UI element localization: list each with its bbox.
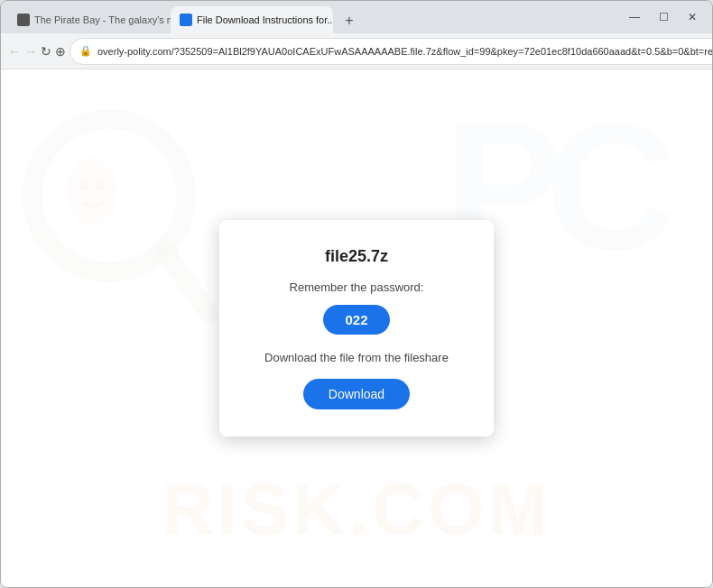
minimize-button[interactable]: — [622, 5, 647, 30]
modal-card: file25.7z Remember the password: 022 Dow… [219, 220, 494, 436]
svg-point-2 [66, 157, 116, 225]
magnifier-watermark [19, 96, 218, 335]
tabs-area: The Pirate Bay - The galaxy's m... × Fil… [8, 1, 622, 33]
modal-remember-label: Remember the password: [264, 280, 449, 294]
maximize-button[interactable]: ☐ [651, 5, 676, 30]
reload-button[interactable]: ↻ [41, 39, 51, 64]
title-bar: The Pirate Bay - The galaxy's m... × Fil… [1, 1, 712, 33]
download-button[interactable]: Download [303, 379, 410, 409]
window-controls: — ☐ ✕ [622, 5, 705, 30]
tab-download[interactable]: File Download Instructions for... × [171, 6, 333, 33]
svg-line-1 [165, 252, 208, 313]
back-button[interactable]: ← [8, 39, 21, 64]
svg-point-0 [32, 119, 186, 272]
toolbar: ← → ↻ ⊕ 🔒 overly-polity.com/?352509=Al1B… [1, 33, 712, 69]
tab-label-pirate: The Pirate Bay - The galaxy's m... [34, 14, 171, 25]
tab-piratebay[interactable]: The Pirate Bay - The galaxy's m... × [8, 6, 171, 33]
risk-watermark: RISK.COM [162, 468, 551, 551]
address-bar[interactable]: 🔒 overly-polity.com/?352509=Al1Bl2f9YAUA… [69, 38, 713, 65]
address-text: overly-polity.com/?352509=Al1Bl2f9YAUA0o… [97, 46, 713, 57]
modal-instruction: Download the file from the fileshare [264, 351, 449, 364]
svg-point-3 [79, 179, 89, 190]
browser-frame: The Pirate Bay - The galaxy's m... × Fil… [0, 0, 713, 588]
svg-point-4 [95, 179, 106, 190]
close-button[interactable]: ✕ [680, 5, 705, 30]
tab-label-download: File Download Instructions for... [197, 14, 333, 25]
new-tab-button[interactable]: + [337, 8, 362, 33]
password-badge: 022 [323, 305, 389, 335]
modal-filename: file25.7z [264, 247, 449, 266]
tab-favicon-download [180, 14, 192, 26]
lock-icon: 🔒 [79, 45, 92, 57]
site-info-button[interactable]: ⊕ [55, 39, 66, 64]
forward-button[interactable]: → [24, 39, 37, 64]
tab-favicon-pirate [17, 14, 30, 26]
page-content: PC RISK.COM file25.7z Remember the passw… [1, 69, 712, 587]
